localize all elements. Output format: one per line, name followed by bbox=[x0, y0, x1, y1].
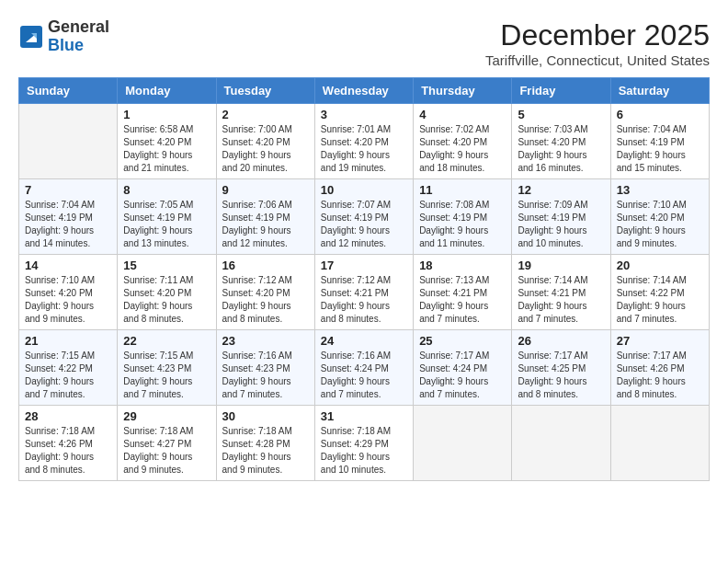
calendar-cell: 14Sunrise: 7:10 AM Sunset: 4:20 PM Dayli… bbox=[19, 255, 118, 330]
day-info: Sunrise: 7:04 AM Sunset: 4:19 PM Dayligh… bbox=[617, 123, 703, 175]
day-number: 15 bbox=[123, 259, 210, 272]
day-info: Sunrise: 7:05 AM Sunset: 4:19 PM Dayligh… bbox=[123, 199, 210, 250]
calendar-cell: 30Sunrise: 7:18 AM Sunset: 4:28 PM Dayli… bbox=[216, 406, 314, 481]
day-number: 21 bbox=[25, 334, 111, 348]
svg-rect-0 bbox=[20, 26, 42, 48]
day-info: Sunrise: 7:10 AM Sunset: 4:20 PM Dayligh… bbox=[25, 274, 111, 326]
day-info: Sunrise: 7:09 AM Sunset: 4:19 PM Dayligh… bbox=[518, 199, 604, 250]
day-number: 31 bbox=[321, 409, 407, 423]
calendar-cell bbox=[512, 406, 610, 481]
day-info: Sunrise: 7:18 AM Sunset: 4:29 PM Dayligh… bbox=[321, 425, 407, 477]
calendar-cell: 23Sunrise: 7:16 AM Sunset: 4:23 PM Dayli… bbox=[216, 330, 314, 406]
calendar-cell bbox=[414, 406, 512, 481]
day-info: Sunrise: 7:17 AM Sunset: 4:25 PM Dayligh… bbox=[518, 350, 604, 401]
subtitle: Tariffville, Connecticut, United States bbox=[485, 52, 710, 68]
day-info: Sunrise: 7:12 AM Sunset: 4:20 PM Dayligh… bbox=[222, 274, 309, 326]
logo-icon bbox=[18, 24, 44, 50]
calendar-cell: 25Sunrise: 7:17 AM Sunset: 4:24 PM Dayli… bbox=[414, 330, 512, 406]
day-number: 17 bbox=[321, 259, 407, 272]
main-title: December 2025 bbox=[485, 18, 710, 52]
calendar-cell: 3Sunrise: 7:01 AM Sunset: 4:20 PM Daylig… bbox=[314, 104, 413, 179]
day-info: Sunrise: 7:18 AM Sunset: 4:28 PM Dayligh… bbox=[222, 425, 309, 477]
calendar-cell: 21Sunrise: 7:15 AM Sunset: 4:22 PM Dayli… bbox=[19, 330, 118, 406]
day-number: 26 bbox=[518, 334, 604, 348]
day-number: 20 bbox=[617, 259, 703, 272]
calendar-cell: 26Sunrise: 7:17 AM Sunset: 4:25 PM Dayli… bbox=[512, 330, 610, 406]
calendar-cell: 2Sunrise: 7:00 AM Sunset: 4:20 PM Daylig… bbox=[216, 104, 314, 179]
day-info: Sunrise: 7:17 AM Sunset: 4:26 PM Dayligh… bbox=[617, 350, 703, 401]
calendar-cell: 22Sunrise: 7:15 AM Sunset: 4:23 PM Dayli… bbox=[118, 330, 216, 406]
day-number: 13 bbox=[617, 183, 703, 197]
calendar-cell bbox=[19, 104, 118, 179]
day-number: 9 bbox=[222, 183, 309, 197]
calendar-cell: 11Sunrise: 7:08 AM Sunset: 4:19 PM Dayli… bbox=[414, 179, 512, 255]
page-header: General Blue December 2025 Tariffville, … bbox=[18, 18, 710, 68]
calendar-week-row: 21Sunrise: 7:15 AM Sunset: 4:22 PM Dayli… bbox=[19, 330, 710, 406]
day-number: 11 bbox=[419, 183, 506, 197]
day-info: Sunrise: 7:01 AM Sunset: 4:20 PM Dayligh… bbox=[321, 123, 407, 175]
day-number: 14 bbox=[25, 259, 111, 272]
calendar-cell: 20Sunrise: 7:14 AM Sunset: 4:22 PM Dayli… bbox=[610, 255, 709, 330]
day-number: 18 bbox=[419, 259, 506, 272]
day-info: Sunrise: 7:17 AM Sunset: 4:24 PM Dayligh… bbox=[419, 350, 506, 401]
day-number: 25 bbox=[419, 334, 506, 348]
day-number: 1 bbox=[123, 108, 210, 121]
day-of-week-header: Saturday bbox=[610, 78, 709, 104]
day-number: 22 bbox=[123, 334, 210, 348]
day-info: Sunrise: 7:11 AM Sunset: 4:20 PM Dayligh… bbox=[123, 274, 210, 326]
day-info: Sunrise: 7:16 AM Sunset: 4:23 PM Dayligh… bbox=[222, 350, 309, 401]
calendar-cell: 6Sunrise: 7:04 AM Sunset: 4:19 PM Daylig… bbox=[610, 104, 709, 179]
day-number: 29 bbox=[123, 409, 210, 423]
day-of-week-header: Sunday bbox=[19, 78, 118, 104]
calendar-cell: 1Sunrise: 6:58 AM Sunset: 4:20 PM Daylig… bbox=[118, 104, 216, 179]
calendar-week-row: 7Sunrise: 7:04 AM Sunset: 4:19 PM Daylig… bbox=[19, 179, 710, 255]
calendar-cell: 10Sunrise: 7:07 AM Sunset: 4:19 PM Dayli… bbox=[314, 179, 413, 255]
calendar-cell: 4Sunrise: 7:02 AM Sunset: 4:20 PM Daylig… bbox=[414, 104, 512, 179]
day-info: Sunrise: 7:02 AM Sunset: 4:20 PM Dayligh… bbox=[419, 123, 506, 175]
day-info: Sunrise: 7:15 AM Sunset: 4:23 PM Dayligh… bbox=[123, 350, 210, 401]
day-number: 10 bbox=[321, 183, 407, 197]
calendar-cell: 12Sunrise: 7:09 AM Sunset: 4:19 PM Dayli… bbox=[512, 179, 610, 255]
calendar-cell: 18Sunrise: 7:13 AM Sunset: 4:21 PM Dayli… bbox=[414, 255, 512, 330]
day-of-week-header: Tuesday bbox=[216, 78, 314, 104]
day-of-week-header: Wednesday bbox=[314, 78, 413, 104]
day-info: Sunrise: 7:06 AM Sunset: 4:19 PM Dayligh… bbox=[222, 199, 309, 250]
day-info: Sunrise: 7:13 AM Sunset: 4:21 PM Dayligh… bbox=[419, 274, 506, 326]
calendar-cell: 16Sunrise: 7:12 AM Sunset: 4:20 PM Dayli… bbox=[216, 255, 314, 330]
day-info: Sunrise: 7:10 AM Sunset: 4:20 PM Dayligh… bbox=[617, 199, 703, 250]
day-of-week-header: Monday bbox=[118, 78, 216, 104]
day-number: 27 bbox=[617, 334, 703, 348]
logo-blue-text: Blue bbox=[48, 36, 84, 54]
day-info: Sunrise: 7:00 AM Sunset: 4:20 PM Dayligh… bbox=[222, 123, 309, 175]
calendar-cell: 13Sunrise: 7:10 AM Sunset: 4:20 PM Dayli… bbox=[610, 179, 709, 255]
calendar-cell: 19Sunrise: 7:14 AM Sunset: 4:21 PM Dayli… bbox=[512, 255, 610, 330]
day-info: Sunrise: 7:04 AM Sunset: 4:19 PM Dayligh… bbox=[25, 199, 111, 250]
calendar-cell: 31Sunrise: 7:18 AM Sunset: 4:29 PM Dayli… bbox=[314, 406, 413, 481]
logo-general-text: General bbox=[48, 17, 109, 36]
day-number: 24 bbox=[321, 334, 407, 348]
day-info: Sunrise: 7:14 AM Sunset: 4:22 PM Dayligh… bbox=[617, 274, 703, 326]
calendar-cell: 28Sunrise: 7:18 AM Sunset: 4:26 PM Dayli… bbox=[19, 406, 118, 481]
calendar-header: SundayMondayTuesdayWednesdayThursdayFrid… bbox=[19, 78, 710, 104]
day-info: Sunrise: 7:16 AM Sunset: 4:24 PM Dayligh… bbox=[321, 350, 407, 401]
calendar-cell: 7Sunrise: 7:04 AM Sunset: 4:19 PM Daylig… bbox=[19, 179, 118, 255]
day-of-week-header: Thursday bbox=[414, 78, 512, 104]
day-number: 4 bbox=[419, 108, 506, 121]
title-area: December 2025 Tariffville, Connecticut, … bbox=[485, 18, 710, 68]
calendar-cell: 29Sunrise: 7:18 AM Sunset: 4:27 PM Dayli… bbox=[118, 406, 216, 481]
day-number: 8 bbox=[123, 183, 210, 197]
day-number: 7 bbox=[25, 183, 111, 197]
day-number: 30 bbox=[222, 409, 309, 423]
calendar-cell: 24Sunrise: 7:16 AM Sunset: 4:24 PM Dayli… bbox=[314, 330, 413, 406]
calendar-cell: 9Sunrise: 7:06 AM Sunset: 4:19 PM Daylig… bbox=[216, 179, 314, 255]
day-number: 6 bbox=[617, 108, 703, 121]
day-number: 12 bbox=[518, 183, 604, 197]
calendar-week-row: 1Sunrise: 6:58 AM Sunset: 4:20 PM Daylig… bbox=[19, 104, 710, 179]
day-info: Sunrise: 7:03 AM Sunset: 4:20 PM Dayligh… bbox=[518, 123, 604, 175]
days-of-week-row: SundayMondayTuesdayWednesdayThursdayFrid… bbox=[19, 78, 710, 104]
day-number: 16 bbox=[222, 259, 309, 272]
day-number: 19 bbox=[518, 259, 604, 272]
calendar-cell: 17Sunrise: 7:12 AM Sunset: 4:21 PM Dayli… bbox=[314, 255, 413, 330]
day-info: Sunrise: 7:18 AM Sunset: 4:27 PM Dayligh… bbox=[123, 425, 210, 477]
calendar-body: 1Sunrise: 6:58 AM Sunset: 4:20 PM Daylig… bbox=[19, 104, 710, 481]
